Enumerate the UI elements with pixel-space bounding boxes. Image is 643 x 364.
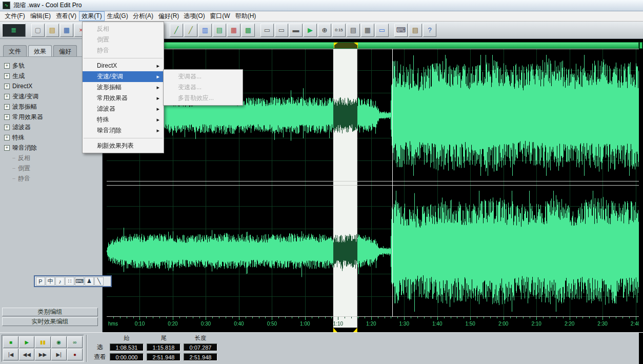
group-by-category-button[interactable]: 类别编组 bbox=[2, 308, 98, 316]
effects-menu-item-12[interactable]: 刷新效果列表 bbox=[83, 140, 164, 151]
expand-icon[interactable]: + bbox=[4, 104, 10, 110]
expand-icon[interactable]: + bbox=[4, 125, 10, 130]
group-realtime-effects-button[interactable]: 实时效果编组 bbox=[2, 317, 98, 326]
window-cascade-icon[interactable]: ▭ bbox=[275, 24, 288, 37]
tree-item-label: 波形振幅 bbox=[12, 103, 37, 111]
expand-icon[interactable]: + bbox=[4, 145, 10, 151]
tree-item-11[interactable]: ┄静音 bbox=[4, 173, 101, 184]
submenu-item-0[interactable]: 变调器... bbox=[164, 71, 243, 82]
go-to-end-button[interactable]: ▶| bbox=[51, 349, 67, 360]
bottom-bar: ■▶▮▮◉∞|◀◀◀▶▶▶|● 始尾长度选1:08.5311:15.8180:0… bbox=[0, 332, 643, 364]
window-tile-icon[interactable]: ▭ bbox=[260, 24, 274, 37]
nav-selection-marker[interactable] bbox=[334, 43, 358, 48]
keyboard-shortcuts-icon[interactable]: ⌨ bbox=[394, 24, 408, 37]
waveform-multitrack-toggle-icon[interactable]: ≣ bbox=[2, 24, 26, 37]
submenu-item-2[interactable]: 多普勒效应... bbox=[164, 93, 243, 104]
person-icon[interactable]: ♟ bbox=[85, 277, 94, 286]
keyboard-icon[interactable]: ⌨ bbox=[75, 277, 84, 286]
time-format-icon[interactable]: 0:15 bbox=[332, 24, 346, 37]
effects-menu-item-10[interactable]: 噪音消除▸ bbox=[83, 125, 164, 136]
tree-item-label: 反相 bbox=[18, 154, 30, 163]
effects-menu-item-2[interactable]: 静音 bbox=[83, 45, 164, 56]
tree-item-label: 特殊 bbox=[12, 133, 25, 142]
go-to-start-button[interactable]: |◀ bbox=[3, 349, 18, 360]
submenu-item-1[interactable]: 变速器... bbox=[164, 82, 243, 93]
play-looped-button[interactable]: ◉ bbox=[51, 336, 67, 348]
effects-menu-item-5[interactable]: 变速/变调▸ bbox=[83, 71, 164, 82]
effects-menu-item-label: 刷新效果列表 bbox=[97, 142, 134, 149]
record-button[interactable]: ● bbox=[67, 349, 83, 360]
expand-icon[interactable]: + bbox=[4, 114, 10, 120]
audition-icon[interactable]: ♪ bbox=[55, 277, 65, 286]
menubar-item-5[interactable]: 分析(A) bbox=[130, 11, 156, 21]
pencil-edit-icon[interactable]: ╱ bbox=[170, 24, 183, 37]
expand-icon[interactable]: + bbox=[4, 135, 10, 140]
pause-button[interactable]: ▮▮ bbox=[35, 336, 50, 348]
chinese-filter-icon[interactable]: 中 bbox=[46, 277, 55, 286]
sidebar-tab-2[interactable]: 偏好 bbox=[53, 45, 77, 56]
ruler-canvas[interactable] bbox=[107, 317, 639, 332]
expand-icon[interactable]: + bbox=[4, 73, 10, 79]
loop-button[interactable]: ∞ bbox=[67, 336, 83, 348]
sidebar-tab-0[interactable]: 文件 bbox=[3, 45, 27, 56]
menubar-item-8[interactable]: 窗口(W bbox=[207, 11, 233, 21]
stop-button[interactable]: ■ bbox=[3, 336, 18, 348]
tree-item-10[interactable]: ┄倒置 bbox=[4, 163, 101, 173]
effects-menu-item-6[interactable]: 波形振幅▸ bbox=[83, 82, 164, 93]
help-icon[interactable]: ? bbox=[423, 24, 436, 37]
menubar-item-7[interactable]: 选项(O) bbox=[182, 11, 207, 21]
submenu-arrow-icon: ▸ bbox=[156, 114, 159, 125]
menubar-item-9[interactable]: 帮助(H) bbox=[233, 11, 258, 21]
effects-menu-item-1[interactable]: 倒置 bbox=[83, 34, 164, 45]
tree-item-label: 静音 bbox=[18, 174, 30, 183]
menubar-item-4[interactable]: 生成(G) bbox=[105, 11, 130, 21]
monitor-record-icon[interactable]: ▭ bbox=[375, 24, 389, 37]
save-file-icon[interactable]: ▦ bbox=[60, 24, 73, 37]
expand-icon[interactable]: + bbox=[4, 84, 10, 89]
scripts-icon[interactable]: ▤ bbox=[409, 24, 422, 37]
status-cell-1-2: 2:51.948 bbox=[184, 353, 217, 361]
app-logo-icon: ∿ bbox=[3, 2, 10, 9]
effects-menu-item-9[interactable]: 特殊▸ bbox=[83, 114, 164, 125]
window-horizontal-icon[interactable]: ▬ bbox=[289, 24, 303, 37]
nav-right-box[interactable] bbox=[639, 42, 642, 49]
dots-icon[interactable]: ∷ bbox=[65, 277, 74, 286]
play-list-icon[interactable]: ▦ bbox=[361, 24, 374, 37]
effects-menu-item-8[interactable]: 滤波器▸ bbox=[83, 104, 164, 114]
submenu-arrow-icon: ▸ bbox=[156, 71, 159, 82]
envelope-edit-icon[interactable]: ╱ bbox=[184, 24, 197, 37]
menubar-item-2[interactable]: 查看(V) bbox=[53, 11, 79, 21]
tree-item-label: 滤波器 bbox=[12, 123, 31, 132]
sidebar-tab-1[interactable]: 效果 bbox=[28, 45, 52, 56]
effects-menu-separator bbox=[84, 138, 163, 138]
fast-forward-button[interactable]: ▶▶ bbox=[35, 349, 50, 360]
tree-connector-icon: ┄ bbox=[12, 166, 15, 171]
submenu-arrow-icon: ▸ bbox=[156, 82, 159, 93]
insert-to-multitrack-icon[interactable]: ▥ bbox=[198, 24, 212, 37]
horizontal-nav-bar[interactable] bbox=[107, 42, 639, 49]
effects-menu-item-0[interactable]: 反相 bbox=[83, 24, 164, 34]
expand-icon[interactable]: + bbox=[4, 63, 10, 69]
mixer-grid-icon[interactable]: ▤ bbox=[213, 24, 226, 37]
menubar: 文件(F)编辑(E)查看(V)效果(T)生成(G)分析(A)偏好(R)选项(O)… bbox=[0, 11, 643, 22]
rewind-button[interactable]: ◀◀ bbox=[19, 349, 34, 360]
open-file-icon[interactable]: ▤ bbox=[46, 24, 59, 37]
preset-icon[interactable]: P bbox=[36, 277, 45, 286]
zoom-tool-icon[interactable]: ⊕ bbox=[318, 24, 331, 37]
cue-list-icon[interactable]: ▤ bbox=[347, 24, 360, 37]
new-file-icon[interactable]: ▢ bbox=[31, 24, 45, 37]
menubar-item-0[interactable]: 文件(F) bbox=[2, 11, 28, 21]
menubar-item-1[interactable]: 编辑(E) bbox=[28, 11, 53, 21]
play-button[interactable]: ▶ bbox=[19, 336, 34, 348]
status-cell-1-0: 0:00.000 bbox=[110, 353, 144, 361]
track-grid-icon[interactable]: ▦ bbox=[227, 24, 240, 37]
menubar-item-6[interactable]: 偏好(R) bbox=[156, 11, 182, 21]
tree-item-9[interactable]: ┄反相 bbox=[4, 153, 101, 163]
effects-menu-item-4[interactable]: DirectX▸ bbox=[83, 60, 164, 71]
wrench-icon[interactable]: ╲ bbox=[94, 277, 104, 286]
effects-menu-item-7[interactable]: 常用效果器▸ bbox=[83, 93, 164, 104]
expand-icon[interactable]: + bbox=[4, 94, 10, 99]
preview-play-icon[interactable]: ▶ bbox=[304, 24, 317, 37]
menubar-item-3[interactable]: 效果(T) bbox=[79, 11, 105, 21]
session-grid-icon[interactable]: ▩ bbox=[242, 24, 255, 37]
